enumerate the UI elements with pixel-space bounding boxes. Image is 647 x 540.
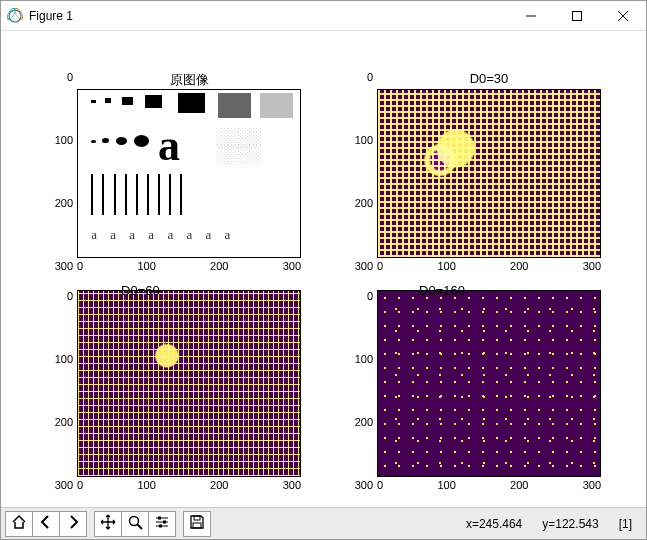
y-axis-labels: 0 100 200 300 <box>341 71 377 272</box>
x-axis-labels: 0 100 200 300 <box>377 258 601 272</box>
ytick-label: 300 <box>55 479 73 491</box>
xtick-label: 300 <box>583 479 601 491</box>
configure-button[interactable] <box>148 511 176 537</box>
ytick-label: 100 <box>355 134 373 146</box>
move-icon <box>100 514 116 533</box>
forward-button[interactable] <box>59 511 87 537</box>
xtick-label: 200 <box>510 260 528 272</box>
xtick-label: 200 <box>210 260 228 272</box>
x-axis-labels: 0 100 200 300 <box>77 477 301 491</box>
app-icon <box>7 8 23 24</box>
xtick-label: 0 <box>377 479 383 491</box>
xtick-label: 100 <box>437 260 455 272</box>
y-axis-labels: 0 100 200 300 <box>41 71 77 272</box>
xtick-label: 300 <box>283 479 301 491</box>
subplot-original: 0 100 200 300 原图像 <box>41 71 301 272</box>
ytick-label: 200 <box>55 416 73 428</box>
svg-rect-14 <box>159 525 162 528</box>
zoom-button[interactable] <box>121 511 149 537</box>
minimize-button[interactable] <box>508 1 554 30</box>
ytick-label: 300 <box>55 260 73 272</box>
ytick-label: 100 <box>55 134 73 146</box>
y-axis-labels: 0 100 200 300 <box>341 290 377 491</box>
close-button[interactable] <box>600 1 646 30</box>
window-controls <box>508 1 646 30</box>
plot-image <box>77 290 301 477</box>
plot-image: a ░░░░ ░░░░ a a a a a a a a <box>77 89 301 258</box>
ytick-label: 300 <box>355 479 373 491</box>
ytick-label: 0 <box>67 290 73 302</box>
xtick-label: 100 <box>137 260 155 272</box>
pan-button[interactable] <box>94 511 122 537</box>
xtick-label: 0 <box>77 260 83 272</box>
y-axis-labels: 0 100 200 300 <box>41 290 77 491</box>
ytick-label: 0 <box>367 290 373 302</box>
status-extra: [1] <box>619 517 632 531</box>
xtick-label: 100 <box>137 479 155 491</box>
subplot-title-d0-160: D0=160 <box>419 283 465 298</box>
svg-rect-16 <box>193 523 201 528</box>
home-icon <box>11 514 27 533</box>
svg-line-8 <box>138 525 143 530</box>
svg-rect-12 <box>163 521 166 524</box>
save-button[interactable] <box>183 511 211 537</box>
ytick-label: 300 <box>355 260 373 272</box>
svg-rect-10 <box>158 517 161 520</box>
svg-point-7 <box>130 517 139 526</box>
maximize-button[interactable] <box>554 1 600 30</box>
ytick-label: 100 <box>355 353 373 365</box>
ytick-label: 200 <box>355 197 373 209</box>
figure-canvas[interactable]: 0 100 200 300 原图像 <box>1 31 646 507</box>
svg-rect-4 <box>573 11 582 20</box>
xtick-label: 0 <box>377 260 383 272</box>
ytick-label: 0 <box>367 71 373 83</box>
status-x: x=245.464 <box>466 517 522 531</box>
magnifier-icon <box>127 514 143 533</box>
window-titlebar: Figure 1 <box>1 1 646 31</box>
status-y: y=122.543 <box>542 517 598 531</box>
x-axis-labels: 0 100 200 300 <box>77 258 301 272</box>
subplot-title-d0-60: D0=60 <box>121 283 160 298</box>
subplot-title: 原图像 <box>77 71 301 87</box>
x-axis-labels: 0 100 200 300 <box>377 477 601 491</box>
window-title: Figure 1 <box>29 9 508 23</box>
xtick-label: 200 <box>510 479 528 491</box>
subplot-title: D0=30 <box>377 71 601 87</box>
ytick-label: 200 <box>355 416 373 428</box>
ytick-label: 0 <box>67 71 73 83</box>
plot-image <box>377 290 601 477</box>
save-icon <box>189 514 205 533</box>
xtick-label: 300 <box>583 260 601 272</box>
subplot-d0-160: 0 100 200 300 0 100 200 300 <box>341 290 601 491</box>
xtick-label: 300 <box>283 260 301 272</box>
sliders-icon <box>154 514 170 533</box>
arrow-left-icon <box>38 514 54 533</box>
back-button[interactable] <box>32 511 60 537</box>
plot-image <box>377 89 601 258</box>
home-button[interactable] <box>5 511 33 537</box>
navigation-toolbar: x=245.464 y=122.543 [1] <box>1 507 646 539</box>
subplot-d0-30: 0 100 200 300 D0=30 0 100 200 300 <box>341 71 601 272</box>
xtick-label: 100 <box>437 479 455 491</box>
ytick-label: 200 <box>55 197 73 209</box>
subplot-d0-60: 0 100 200 300 0 100 200 300 <box>41 290 301 491</box>
arrow-right-icon <box>65 514 81 533</box>
svg-point-2 <box>7 8 17 20</box>
xtick-label: 0 <box>77 479 83 491</box>
status-bar: x=245.464 y=122.543 [1] <box>466 517 642 531</box>
xtick-label: 200 <box>210 479 228 491</box>
ytick-label: 100 <box>55 353 73 365</box>
